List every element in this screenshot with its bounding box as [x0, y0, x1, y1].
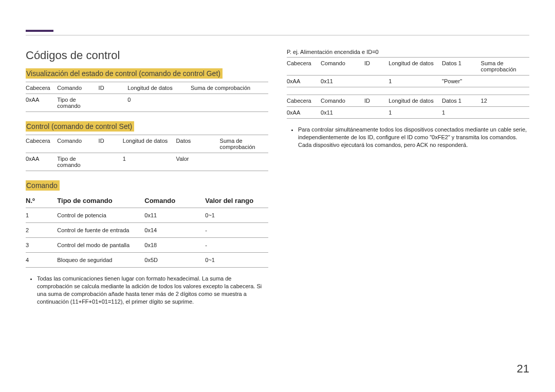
col-header: Comando: [321, 95, 364, 107]
col-header: Datos 1: [442, 95, 481, 107]
col-header: ID: [99, 135, 123, 153]
cell: [99, 94, 128, 112]
page-content: Códigos de control Visualización del est…: [0, 0, 555, 311]
table-set: Cabecera Comando ID Longitud de datos Da…: [26, 135, 268, 171]
table-get: Cabecera Comando ID Longitud de datos Su…: [26, 82, 268, 112]
col-header: Suma de comprobación: [220, 135, 268, 153]
col-header: Longitud de datos: [123, 135, 176, 153]
col-header: Suma de comprobación: [481, 58, 529, 76]
cell: 0x14: [144, 223, 205, 238]
cell: Control del modo de pantalla: [57, 238, 144, 253]
page-title: Códigos de control: [26, 49, 268, 62]
cell: 1: [388, 107, 442, 119]
col-header: Longitud de datos: [388, 95, 442, 107]
table-row: Cabecera Comando ID Longitud de datos Da…: [287, 95, 529, 107]
table-comando: N.º Tipo de comando Comando Valor del ra…: [26, 194, 268, 268]
right-column: P. ej. Alimentación encendida e ID=0 Cab…: [287, 49, 529, 311]
col-header: Cabecera: [26, 82, 57, 94]
cell: 2: [26, 223, 57, 238]
col-header: Comando: [57, 135, 98, 153]
header-rule: [26, 35, 529, 35]
section-heading-set: Control (comando de control Set): [26, 121, 134, 132]
note-item: Todas las comunicaciones tienen lugar co…: [37, 275, 268, 305]
cell: 0xAA: [26, 153, 57, 171]
cell: 0: [127, 94, 191, 112]
table-row: 4 Bloqueo de seguridad 0x5D 0~1: [26, 253, 268, 268]
table-row: 0xAA 0x11 1 "Power": [287, 76, 529, 87]
cell: Tipo de comando: [57, 153, 98, 171]
table-row: Cabecera Comando ID Longitud de datos Da…: [26, 135, 268, 153]
col-header: Comando: [321, 58, 364, 76]
table-example-2: Cabecera Comando ID Longitud de datos Da…: [287, 95, 529, 119]
note-item: Para controlar simultáneamente todos los…: [298, 126, 529, 149]
col-header: Suma de comprobación: [191, 82, 268, 94]
note-list-left: Todas las comunicaciones tienen lugar co…: [26, 275, 268, 305]
cell: [191, 94, 268, 112]
col-header: Longitud de datos: [388, 58, 442, 76]
section-heading-comando: Comando: [26, 180, 60, 191]
table-example-1: Cabecera Comando ID Longitud de datos Da…: [287, 57, 529, 87]
cell: [481, 107, 529, 119]
cell: 0xAA: [287, 107, 321, 119]
col-header: 12: [481, 95, 529, 107]
page-number: 21: [517, 362, 529, 376]
example-label: P. ej. Alimentación encendida e ID=0: [287, 49, 529, 55]
cell: Valor: [176, 153, 220, 171]
cell: "Power": [442, 76, 481, 87]
col-header: ID: [99, 82, 128, 94]
table-row: Cabecera Comando ID Longitud de datos Su…: [26, 82, 268, 94]
cell: Control de fuente de entrada: [57, 223, 144, 238]
col-header: Datos: [176, 135, 220, 153]
cell: 4: [26, 253, 57, 268]
cell: 0x11: [144, 208, 205, 223]
table-row: 0xAA Tipo de comando 1 Valor: [26, 153, 268, 171]
col-header: Comando: [144, 194, 205, 208]
table-row: 1 Control de potencia 0x11 0~1: [26, 208, 268, 223]
cell: [481, 76, 529, 87]
cell: 0x5D: [144, 253, 205, 268]
table-row: N.º Tipo de comando Comando Valor del ra…: [26, 194, 268, 208]
header-accent-bar: [26, 30, 53, 32]
table-row: 2 Control de fuente de entrada 0x14 -: [26, 223, 268, 238]
col-header: Valor del rango: [205, 194, 268, 208]
cell: 1: [26, 208, 57, 223]
cell: 1: [388, 76, 442, 87]
cell: Bloqueo de seguridad: [57, 253, 144, 268]
cell: 0~1: [205, 208, 268, 223]
cell: 0x18: [144, 238, 205, 253]
cell: 0xAA: [287, 76, 321, 87]
col-header: Cabecera: [287, 58, 321, 76]
cell: -: [205, 223, 268, 238]
table-row: 0xAA Tipo de comando 0: [26, 94, 268, 112]
cell: 0x11: [321, 76, 364, 87]
table-row: 3 Control del modo de pantalla 0x18 -: [26, 238, 268, 253]
cell: 0~1: [205, 253, 268, 268]
col-header: Longitud de datos: [127, 82, 191, 94]
cell: -: [205, 238, 268, 253]
note-list-right: Para controlar simultáneamente todos los…: [287, 126, 529, 149]
cell: 0xAA: [26, 94, 57, 112]
col-header: Comando: [57, 82, 98, 94]
col-header: ID: [364, 58, 388, 76]
col-header: Datos 1: [442, 58, 481, 76]
cell: 3: [26, 238, 57, 253]
col-header: N.º: [26, 194, 57, 208]
left-column: Códigos de control Visualización del est…: [26, 49, 268, 311]
cell: [364, 107, 388, 119]
col-header: Cabecera: [287, 95, 321, 107]
cell: [99, 153, 123, 171]
col-header: Tipo de comando: [57, 194, 144, 208]
cell: 0x11: [321, 107, 364, 119]
cell: [364, 76, 388, 87]
cell: Tipo de comando: [57, 94, 98, 112]
cell: [220, 153, 268, 171]
col-header: ID: [364, 95, 388, 107]
table-row: Cabecera Comando ID Longitud de datos Da…: [287, 58, 529, 76]
table-row: 0xAA 0x11 1 1: [287, 107, 529, 119]
cell: 1: [442, 107, 481, 119]
cell: 1: [123, 153, 176, 171]
section-heading-get: Visualización del estado de control (com…: [26, 68, 223, 79]
col-header: Cabecera: [26, 135, 57, 153]
cell: Control de potencia: [57, 208, 144, 223]
